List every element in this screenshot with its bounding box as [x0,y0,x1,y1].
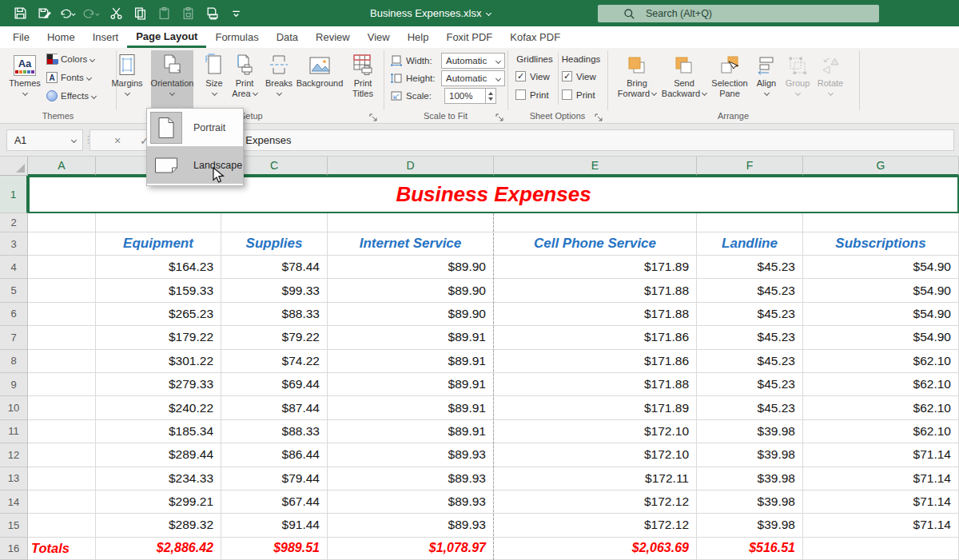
print-area-button[interactable]: Print Area [227,50,262,109]
cell-value[interactable]: $299.21 [96,490,221,514]
cell-value[interactable]: $301.22 [96,350,221,373]
cell-value[interactable]: $279.33 [96,373,221,396]
print-titles-button[interactable]: Print Titles [345,50,380,109]
row-header-13[interactable]: 13 [0,467,28,490]
send-backward-button[interactable]: Send Backward [661,50,707,109]
row-header-3[interactable]: 3 [0,232,28,256]
cell-value[interactable]: $78.44 [221,256,328,279]
cell-value[interactable]: $54.90 [803,256,959,279]
cell-value[interactable]: $86.44 [221,443,328,467]
cell-value[interactable]: $99.33 [221,279,328,302]
cell[interactable] [28,256,96,279]
cell-value[interactable]: $179.22 [96,326,221,349]
cell[interactable] [28,443,96,467]
cell-category[interactable]: Internet Service [328,232,494,256]
cell-value[interactable]: $39.98 [697,467,803,490]
row-header-5[interactable]: 5 [0,279,28,302]
cell-value[interactable]: $240.22 [96,396,221,419]
cell-value[interactable]: $39.98 [697,443,803,467]
row-header-1[interactable]: 1 [0,176,28,213]
cell-value[interactable]: $171.88 [494,303,697,326]
cell[interactable] [803,213,959,232]
align-button[interactable]: Align [752,50,781,109]
cell-total-value[interactable]: $1,078.97 [328,538,494,560]
cell[interactable] [28,420,96,443]
cell-value[interactable]: $45.23 [697,396,803,419]
headings-print-checkbox[interactable]: Print [562,89,595,100]
tab-foxit-pdf[interactable]: Foxit PDF [437,26,501,48]
cancel-icon[interactable]: × [114,134,121,147]
cell-value[interactable]: $45.23 [697,256,803,279]
cell-total-value[interactable]: $2,886.42 [96,538,221,560]
margins-button[interactable]: Margins [108,50,146,109]
cell-value[interactable]: $265.23 [96,303,221,326]
cell[interactable] [28,326,96,349]
row-header-11[interactable]: 11 [0,420,28,443]
cell-value[interactable]: $171.86 [494,326,697,349]
cell-value[interactable]: $172.12 [494,514,697,537]
row-header-7[interactable]: 7 [0,326,28,349]
cell-category[interactable]: Subscriptions [803,232,959,256]
cell-value[interactable]: $89.91 [328,373,494,396]
cell[interactable] [28,467,96,490]
cell-value[interactable]: $45.23 [697,350,803,373]
cell-total-value[interactable]: $516.51 [697,538,803,560]
cell[interactable] [494,213,697,232]
cell-value[interactable]: $91.44 [221,514,328,537]
cell-value[interactable]: $45.23 [697,303,803,326]
row-header-15[interactable]: 15 [0,514,28,537]
menu-item-portrait[interactable]: Portrait [147,109,243,146]
row-header-8[interactable]: 8 [0,350,28,373]
tab-home[interactable]: Home [38,26,84,48]
cell-value[interactable]: $234.33 [96,467,221,490]
cell-value[interactable]: $185.34 [96,420,221,443]
cell-value[interactable]: $172.12 [494,490,697,514]
tab-view[interactable]: View [359,26,399,48]
column-header-F[interactable]: F [697,157,803,176]
cell-value[interactable]: $39.98 [697,420,803,443]
tab-data[interactable]: Data [268,26,307,48]
cell-value[interactable]: $89.90 [328,256,494,279]
cell-value[interactable]: $164.23 [96,256,221,279]
themes-button[interactable]: Aa Themes [6,50,43,109]
cell-value[interactable]: $172.11 [494,467,697,490]
cell-value[interactable]: $89.93 [328,467,494,490]
name-box[interactable]: A1 [6,129,83,151]
theme-effects-button[interactable]: Effects [46,88,96,104]
cell-value[interactable]: $171.88 [494,279,697,302]
cell-category[interactable]: Supplies [221,232,328,256]
cell-value[interactable]: $171.89 [494,396,697,419]
cell-value[interactable]: $69.44 [221,373,328,396]
tab-review[interactable]: Review [307,26,359,48]
column-header-G[interactable]: G [803,157,959,176]
cell[interactable] [221,213,328,232]
width-dropdown[interactable]: Automatic [441,53,505,69]
cell-value[interactable]: $71.14 [803,443,959,467]
cell-value[interactable]: $171.86 [494,350,697,373]
tab-file[interactable]: File [4,26,38,48]
cell-category[interactable]: Cell Phone Service [494,232,697,256]
cell[interactable] [28,213,96,232]
scale-spinner[interactable] [486,88,496,104]
tab-insert[interactable]: Insert [84,26,128,48]
cell-value[interactable]: $89.91 [328,420,494,443]
bring-forward-button[interactable]: Bring Forward [615,50,659,109]
row-header-6[interactable]: 6 [0,303,28,326]
scale-value[interactable]: 100% [444,88,486,104]
selection-pane-button[interactable]: Selection Pane [709,50,750,109]
headings-view-checkbox[interactable]: ✓View [562,71,596,81]
group-button[interactable]: Group [782,50,813,109]
cell-value[interactable]: $54.90 [803,326,959,349]
column-header-E[interactable]: E [494,157,697,176]
cell-value[interactable]: $171.89 [494,256,697,279]
cell-value[interactable]: $62.10 [803,373,959,396]
orientation-button[interactable]: Orientation [151,50,193,109]
cell-value[interactable]: $289.44 [96,443,221,467]
cell-value[interactable]: $89.93 [328,514,494,537]
column-header-A[interactable]: A [28,157,96,176]
row-header-2[interactable]: 2 [0,213,28,232]
gridlines-view-checkbox[interactable]: ✓View [515,71,550,81]
cell-total-value[interactable]: $2,063.69 [494,538,697,560]
page-setup-dialog-launcher[interactable] [369,111,379,121]
tab-page-layout[interactable]: Page Layout [127,26,206,48]
